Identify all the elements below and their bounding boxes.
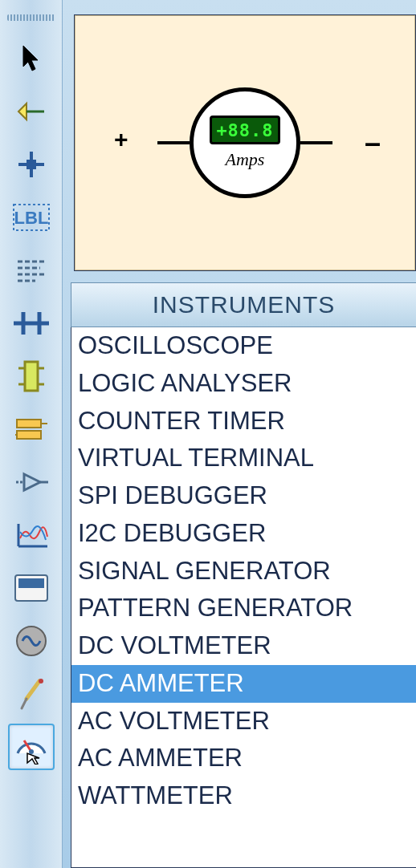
list-item-i2c-debugger[interactable]: I2C DEBUGGER: [71, 515, 416, 553]
list-item-signal-generator[interactable]: SIGNAL GENERATOR: [71, 553, 416, 590]
ammeter-unit: Amps: [226, 149, 265, 170]
svg-line-30: [22, 699, 27, 708]
voltage-probe-tool[interactable]: [8, 671, 55, 717]
list-item-virtual-terminal[interactable]: VIRTUAL TERMINAL: [71, 440, 416, 477]
list-item-spi-debugger[interactable]: SPI DEBUGGER: [71, 477, 416, 515]
list-item-ac-ammeter[interactable]: AC AMMETER: [71, 740, 416, 777]
subcircuit-tool[interactable]: [8, 353, 55, 400]
svg-rect-13: [25, 362, 38, 391]
minus-terminal-label: –: [365, 126, 381, 160]
list-item-ac-voltmeter[interactable]: AC VOLTMETER: [71, 703, 416, 740]
toolbar-grip[interactable]: [7, 14, 55, 21]
svg-rect-27: [18, 578, 44, 588]
component-preview: + +88.8 Amps –: [74, 14, 416, 271]
graph-tool[interactable]: [8, 512, 55, 558]
pointer-tool[interactable]: [8, 35, 55, 82]
left-toolbar: LBL: [0, 0, 63, 868]
list-item-dc-voltmeter[interactable]: DC VOLTMETER: [71, 627, 416, 665]
right-lead: [300, 141, 332, 144]
svg-text:LBL: LBL: [14, 208, 48, 228]
ammeter-symbol: + +88.8 Amps –: [157, 87, 332, 198]
instruments-list[interactable]: OSCILLOSCOPE LOGIC ANALYSER COUNTER TIME…: [71, 327, 416, 868]
ammeter-body: +88.8 Amps: [190, 87, 300, 198]
list-item-counter-timer[interactable]: COUNTER TIMER: [71, 403, 416, 440]
component-tool[interactable]: [8, 88, 55, 135]
svg-rect-19: [17, 431, 41, 439]
svg-point-31: [39, 679, 43, 683]
list-item-pattern-generator[interactable]: PATTERN GENERATOR: [71, 590, 416, 627]
virtual-instruments-tool[interactable]: [8, 724, 55, 770]
list-item-logic-analyser[interactable]: LOGIC ANALYSER: [71, 365, 416, 403]
instruments-panel-header: INSTRUMENTS: [71, 282, 416, 327]
list-item-wattmeter[interactable]: WATTMETER: [71, 777, 416, 815]
svg-line-29: [27, 681, 39, 699]
ammeter-display: +88.8: [210, 116, 280, 144]
label-tool[interactable]: LBL: [8, 194, 55, 241]
list-item-dc-ammeter[interactable]: DC AMMETER: [71, 665, 416, 703]
junction-tool[interactable]: [8, 141, 55, 188]
terminal-tool[interactable]: [8, 406, 55, 452]
left-lead: [157, 141, 190, 144]
svg-rect-3: [27, 160, 36, 169]
text-script-tool[interactable]: [8, 247, 55, 294]
bus-tool[interactable]: [8, 300, 55, 347]
plus-terminal-label: +: [114, 126, 128, 153]
list-item-oscilloscope[interactable]: OSCILLOSCOPE: [71, 327, 416, 365]
svg-rect-18: [17, 420, 41, 428]
main-panel: + +88.8 Amps – INSTRUMENTS OSCILLOSCOPE …: [63, 0, 416, 868]
device-pin-tool[interactable]: [8, 459, 55, 505]
generator-tool[interactable]: [8, 618, 55, 664]
tape-recorder-tool[interactable]: [8, 565, 55, 611]
svg-point-33: [29, 749, 34, 754]
